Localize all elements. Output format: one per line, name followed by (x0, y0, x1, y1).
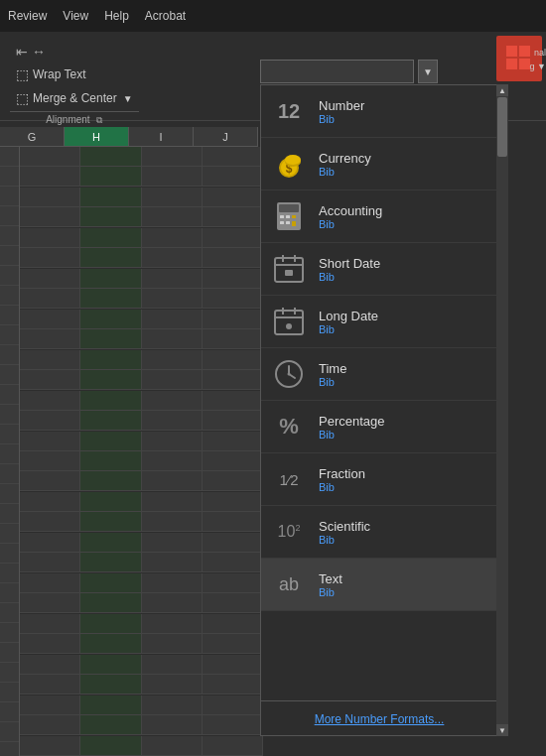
cell-r30-c3[interactable] (142, 736, 203, 756)
cell-r13-c1[interactable] (20, 391, 80, 411)
cell-r23-c3[interactable] (142, 593, 203, 613)
cell-r13-c3[interactable] (142, 391, 203, 411)
cell-r29-c4[interactable] (203, 715, 263, 735)
menu-view[interactable]: View (63, 9, 88, 23)
wrap-text-button[interactable]: ⬚ Wrap Text (10, 63, 139, 85)
cell-r20-c2[interactable] (80, 533, 141, 553)
cell-r9-c3[interactable] (142, 310, 203, 329)
cell-r11-c4[interactable] (203, 350, 263, 370)
cell-r14-c3[interactable] (142, 411, 203, 431)
dropdown-item-number[interactable]: 12 Number Bib (261, 85, 497, 138)
cell-r20-c1[interactable] (20, 533, 80, 553)
cell-r25-c1[interactable] (20, 634, 80, 654)
cell-r7-c3[interactable] (142, 269, 203, 289)
cell-r25-c2[interactable] (80, 634, 141, 654)
cell-r12-c3[interactable] (142, 370, 203, 390)
cell-r5-c3[interactable] (142, 228, 203, 248)
cell-r8-c4[interactable] (203, 289, 263, 309)
menu-review[interactable]: Review (8, 9, 47, 23)
cell-r24-c1[interactable] (20, 614, 80, 634)
cell-r4-c4[interactable] (203, 207, 263, 227)
cell-r30-c1[interactable] (20, 736, 80, 756)
scrollbar-down-arrow[interactable]: ▼ (496, 724, 508, 736)
cell-r2-c4[interactable] (203, 167, 263, 187)
cell-r1-c3[interactable] (142, 147, 203, 167)
cell-r20-c4[interactable] (203, 533, 263, 553)
cell-r28-c2[interactable] (80, 695, 141, 715)
cell-r7-c1[interactable] (20, 269, 80, 289)
align-top-left-icon[interactable]: ⇤ (16, 44, 28, 60)
cell-r9-c1[interactable] (20, 310, 80, 329)
cell-r27-c3[interactable] (142, 675, 203, 694)
cell-r22-c4[interactable] (203, 573, 263, 593)
cell-r15-c3[interactable] (142, 432, 203, 451)
cell-r14-c2[interactable] (80, 411, 141, 431)
cell-r30-c2[interactable] (80, 736, 141, 756)
cell-r5-c2[interactable] (80, 228, 141, 248)
merge-dropdown-arrow-icon[interactable]: ▼ (123, 93, 133, 104)
cell-r17-c4[interactable] (203, 471, 263, 491)
more-number-formats-link[interactable]: More Number Formats... (315, 712, 445, 726)
cell-r26-c3[interactable] (142, 655, 203, 675)
cell-r17-c3[interactable] (142, 471, 203, 491)
cell-r23-c2[interactable] (80, 593, 141, 613)
cell-r17-c2[interactable] (80, 471, 141, 491)
cell-r16-c4[interactable] (203, 451, 263, 471)
cell-r9-c4[interactable] (203, 310, 263, 329)
number-format-input[interactable] (260, 60, 414, 83)
cell-r21-c2[interactable] (80, 553, 141, 572)
cell-r30-c4[interactable] (203, 736, 263, 756)
cell-r28-c3[interactable] (142, 695, 203, 715)
more-number-formats-footer[interactable]: More Number Formats... (260, 700, 498, 736)
cell-r27-c4[interactable] (203, 675, 263, 694)
cell-r2-c3[interactable] (142, 167, 203, 187)
cell-r6-c4[interactable] (203, 248, 263, 268)
cell-r22-c2[interactable] (80, 573, 141, 593)
cell-r16-c1[interactable] (20, 451, 80, 471)
cell-r3-c3[interactable] (142, 188, 203, 207)
dropdown-item-percentage[interactable]: % Percentage Bib (261, 401, 497, 453)
cell-r14-c4[interactable] (203, 411, 263, 431)
cell-r1-c1[interactable] (20, 147, 80, 167)
cell-r11-c1[interactable] (20, 350, 80, 370)
cell-r10-c3[interactable] (142, 329, 203, 349)
dropdown-item-long-date[interactable]: Long Date Bib (261, 296, 497, 348)
cell-r19-c4[interactable] (203, 512, 263, 532)
cell-r6-c3[interactable] (142, 248, 203, 268)
cell-r16-c2[interactable] (80, 451, 141, 471)
cell-r1-c2[interactable] (80, 147, 141, 167)
cell-r25-c3[interactable] (142, 634, 203, 654)
cell-r16-c3[interactable] (142, 451, 203, 471)
menu-acrobat[interactable]: Acrobat (145, 9, 186, 23)
cell-r29-c3[interactable] (142, 715, 203, 735)
cell-r18-c1[interactable] (20, 492, 80, 512)
cell-r10-c2[interactable] (80, 329, 141, 349)
cell-r12-c1[interactable] (20, 370, 80, 390)
cell-r24-c3[interactable] (142, 614, 203, 634)
dropdown-item-currency[interactable]: $ Currency Bib (261, 138, 497, 190)
cell-r22-c1[interactable] (20, 573, 80, 593)
cell-r4-c2[interactable] (80, 207, 141, 227)
align-top-center-icon[interactable]: ↔ (32, 44, 46, 60)
menu-help[interactable]: Help (104, 9, 129, 23)
cell-r5-c4[interactable] (203, 228, 263, 248)
cell-r26-c4[interactable] (203, 655, 263, 675)
cell-r2-c2[interactable] (80, 167, 141, 187)
cell-r18-c4[interactable] (203, 492, 263, 512)
cell-r24-c4[interactable] (203, 614, 263, 634)
cell-r8-c3[interactable] (142, 289, 203, 309)
cell-r3-c1[interactable] (20, 188, 80, 207)
cell-r19-c2[interactable] (80, 512, 141, 532)
cell-r1-c4[interactable] (203, 147, 263, 167)
cell-r5-c1[interactable] (20, 228, 80, 248)
dropdown-item-accounting[interactable]: Accounting Bib (261, 190, 497, 243)
cell-r19-c1[interactable] (20, 512, 80, 532)
cell-r3-c4[interactable] (203, 188, 263, 207)
cell-r21-c3[interactable] (142, 553, 203, 572)
cell-r14-c1[interactable] (20, 411, 80, 431)
cell-r15-c1[interactable] (20, 432, 80, 451)
cell-r27-c1[interactable] (20, 675, 80, 694)
dropdown-item-fraction[interactable]: 1⁄2 Fraction Bib (261, 453, 497, 506)
cell-r8-c1[interactable] (20, 289, 80, 309)
cell-r23-c1[interactable] (20, 593, 80, 613)
